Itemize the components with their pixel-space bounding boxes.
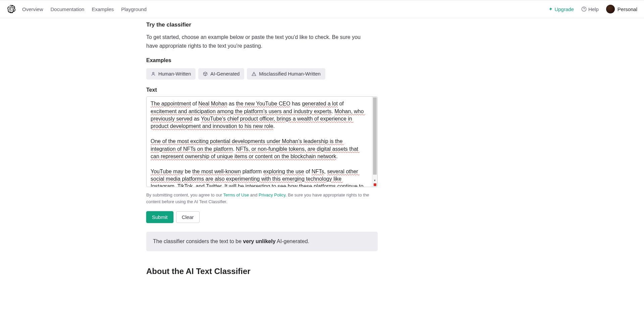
try-heading: Try the classifier bbox=[146, 21, 378, 28]
openai-logo-icon[interactable] bbox=[7, 4, 16, 14]
text-input[interactable]: The appointment of Neal Mohan as the new… bbox=[146, 96, 378, 187]
about-heading: About the AI Text Classifier bbox=[146, 267, 378, 276]
terms-link[interactable]: Terms of Use bbox=[223, 192, 249, 197]
help-icon bbox=[581, 6, 587, 12]
page-scroll[interactable]: Try the classifier To get started, choos… bbox=[0, 18, 644, 315]
warning-icon bbox=[252, 72, 256, 76]
chip-human-label: Human-Written bbox=[158, 71, 191, 77]
nav-links: Overview Documentation Examples Playgrou… bbox=[22, 6, 147, 12]
help-link[interactable]: Help bbox=[581, 6, 599, 12]
action-buttons: Submit Clear bbox=[146, 211, 378, 223]
grammarly-indicator-icon bbox=[374, 183, 376, 186]
top-nav: Overview Documentation Examples Playgrou… bbox=[0, 0, 644, 18]
chip-misclass-label: Misclassified Human-Written bbox=[259, 71, 320, 77]
clear-button[interactable]: Clear bbox=[176, 211, 200, 223]
nav-playground[interactable]: Playground bbox=[121, 6, 147, 12]
nav-examples[interactable]: Examples bbox=[92, 6, 114, 12]
chip-misclassified[interactable]: Misclassified Human-Written bbox=[247, 68, 325, 80]
legal-and: and bbox=[249, 192, 259, 197]
textarea-scrollbar[interactable]: ▾ bbox=[372, 97, 377, 187]
examples-heading: Examples bbox=[146, 57, 378, 63]
main-content: Try the classifier To get started, choos… bbox=[146, 18, 378, 296]
cube-icon bbox=[203, 72, 208, 76]
result-suffix: AI-generated. bbox=[276, 238, 310, 244]
account-menu[interactable]: Personal bbox=[606, 5, 637, 13]
legal-text: By submitting content, you agree to our … bbox=[146, 192, 378, 205]
result-box: The classifier considers the text to be … bbox=[146, 232, 378, 251]
chip-ai-generated[interactable]: AI-Generated bbox=[198, 68, 244, 80]
intro-text: To get started, choose an example below … bbox=[146, 33, 361, 50]
legal-prefix: By submitting content, you agree to our bbox=[146, 192, 223, 197]
person-icon bbox=[151, 72, 156, 76]
scrollbar-thumb[interactable] bbox=[373, 97, 377, 175]
chip-ai-label: AI-Generated bbox=[210, 71, 239, 77]
example-chips: Human-Written AI-Generated Misclassified… bbox=[146, 68, 378, 80]
result-prefix: The classifier considers the text to be bbox=[153, 238, 243, 244]
nav-documentation[interactable]: Documentation bbox=[51, 6, 85, 12]
upgrade-link[interactable]: Upgrade bbox=[549, 6, 574, 12]
nav-right: Upgrade Help Personal bbox=[549, 5, 637, 13]
privacy-link[interactable]: Privacy Policy bbox=[259, 192, 285, 197]
bolt-icon bbox=[549, 7, 553, 11]
chip-human-written[interactable]: Human-Written bbox=[146, 68, 196, 80]
help-label: Help bbox=[588, 6, 599, 12]
upgrade-label: Upgrade bbox=[554, 6, 574, 12]
account-label: Personal bbox=[618, 6, 637, 12]
result-verdict: very unlikely bbox=[243, 238, 276, 244]
svg-point-2 bbox=[153, 73, 154, 74]
text-heading: Text bbox=[146, 87, 378, 93]
svg-point-1 bbox=[584, 10, 584, 10]
text-input-content[interactable]: The appointment of Neal Mohan as the new… bbox=[147, 97, 372, 187]
nav-overview[interactable]: Overview bbox=[22, 6, 43, 12]
submit-button[interactable]: Submit bbox=[146, 211, 173, 223]
scroll-down-icon[interactable]: ▾ bbox=[372, 178, 377, 183]
avatar-icon bbox=[606, 5, 615, 13]
